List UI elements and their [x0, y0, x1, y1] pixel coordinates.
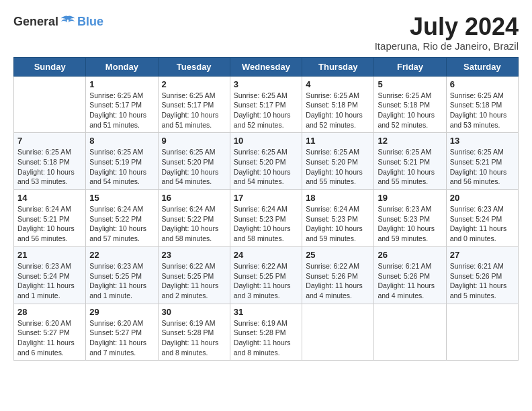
day-info: Sunrise: 6:25 AM Sunset: 5:17 PM Dayligh… — [89, 91, 154, 130]
day-info: Sunrise: 6:20 AM Sunset: 5:27 PM Dayligh… — [17, 318, 82, 358]
table-row: 21Sunrise: 6:23 AM Sunset: 5:24 PM Dayli… — [14, 246, 86, 304]
day-info: Sunrise: 6:22 AM Sunset: 5:26 PM Dayligh… — [306, 261, 370, 301]
day-info: Sunrise: 6:25 AM Sunset: 5:18 PM Dayligh… — [450, 91, 515, 130]
day-info: Sunrise: 6:25 AM Sunset: 5:21 PM Dayligh… — [450, 147, 515, 187]
table-row: 24Sunrise: 6:22 AM Sunset: 5:25 PM Dayli… — [230, 246, 302, 304]
logo-blue-text: Blue — [77, 15, 103, 29]
day-info: Sunrise: 6:25 AM Sunset: 5:18 PM Dayligh… — [306, 91, 370, 130]
day-number: 16 — [162, 193, 226, 203]
calendar-week-row: 28Sunrise: 6:20 AM Sunset: 5:27 PM Dayli… — [14, 304, 519, 361]
table-row: 19Sunrise: 6:23 AM Sunset: 5:23 PM Dayli… — [374, 190, 446, 247]
table-row: 3Sunrise: 6:25 AM Sunset: 5:17 PM Daylig… — [230, 76, 302, 133]
day-number: 4 — [306, 79, 370, 89]
day-info: Sunrise: 6:24 AM Sunset: 5:23 PM Dayligh… — [234, 204, 298, 244]
day-info: Sunrise: 6:25 AM Sunset: 5:21 PM Dayligh… — [378, 147, 442, 187]
day-info: Sunrise: 6:24 AM Sunset: 5:23 PM Dayligh… — [306, 204, 370, 244]
day-number: 8 — [89, 136, 154, 146]
table-row: 16Sunrise: 6:24 AM Sunset: 5:22 PM Dayli… — [158, 190, 230, 247]
table-row: 27Sunrise: 6:21 AM Sunset: 5:26 PM Dayli… — [446, 246, 518, 304]
table-row — [302, 304, 374, 361]
day-number: 13 — [450, 136, 515, 146]
table-row: 30Sunrise: 6:19 AM Sunset: 5:28 PM Dayli… — [158, 304, 230, 361]
day-number: 2 — [162, 79, 226, 89]
location-subtitle: Itaperuna, Rio de Janeiro, Brazil — [375, 40, 519, 52]
day-info: Sunrise: 6:23 AM Sunset: 5:23 PM Dayligh… — [378, 204, 442, 244]
day-info: Sunrise: 6:19 AM Sunset: 5:28 PM Dayligh… — [234, 318, 298, 358]
day-info: Sunrise: 6:19 AM Sunset: 5:28 PM Dayligh… — [162, 318, 226, 358]
day-number: 3 — [234, 79, 298, 89]
day-number: 18 — [306, 193, 370, 203]
day-info: Sunrise: 6:23 AM Sunset: 5:24 PM Dayligh… — [17, 261, 82, 301]
day-number: 25 — [306, 250, 370, 260]
day-info: Sunrise: 6:21 AM Sunset: 5:26 PM Dayligh… — [378, 261, 442, 301]
logo: General Blue — [13, 13, 103, 30]
day-number: 31 — [234, 307, 298, 317]
table-row: 29Sunrise: 6:20 AM Sunset: 5:27 PM Dayli… — [86, 304, 158, 361]
day-number: 17 — [234, 193, 298, 203]
table-row: 22Sunrise: 6:23 AM Sunset: 5:25 PM Dayli… — [86, 246, 158, 304]
calendar-week-row: 21Sunrise: 6:23 AM Sunset: 5:24 PM Dayli… — [14, 246, 519, 304]
day-info: Sunrise: 6:21 AM Sunset: 5:26 PM Dayligh… — [450, 261, 515, 301]
table-row: 20Sunrise: 6:23 AM Sunset: 5:24 PM Dayli… — [446, 190, 518, 247]
day-number: 28 — [17, 307, 82, 317]
day-info: Sunrise: 6:25 AM Sunset: 5:19 PM Dayligh… — [89, 147, 154, 187]
col-thursday: Thursday — [302, 57, 374, 76]
calendar-week-row: 7Sunrise: 6:25 AM Sunset: 5:18 PM Daylig… — [14, 133, 519, 190]
table-row: 6Sunrise: 6:25 AM Sunset: 5:18 PM Daylig… — [446, 76, 518, 133]
col-sunday: Sunday — [14, 57, 86, 76]
day-number: 7 — [17, 136, 82, 146]
day-info: Sunrise: 6:25 AM Sunset: 5:20 PM Dayligh… — [306, 147, 370, 187]
table-row: 4Sunrise: 6:25 AM Sunset: 5:18 PM Daylig… — [302, 76, 374, 133]
calendar-header-row: Sunday Monday Tuesday Wednesday Thursday… — [14, 57, 519, 76]
day-number: 26 — [378, 250, 442, 260]
day-info: Sunrise: 6:22 AM Sunset: 5:25 PM Dayligh… — [234, 261, 298, 301]
logo-general-text: General — [13, 15, 58, 29]
day-number: 1 — [89, 79, 154, 89]
table-row — [14, 76, 86, 133]
day-number: 20 — [450, 193, 515, 203]
day-info: Sunrise: 6:23 AM Sunset: 5:25 PM Dayligh… — [89, 261, 154, 301]
day-number: 5 — [378, 79, 442, 89]
day-number: 9 — [162, 136, 226, 146]
col-saturday: Saturday — [446, 57, 518, 76]
day-info: Sunrise: 6:25 AM Sunset: 5:17 PM Dayligh… — [162, 91, 226, 130]
day-number: 22 — [89, 250, 154, 260]
table-row: 31Sunrise: 6:19 AM Sunset: 5:28 PM Dayli… — [230, 304, 302, 361]
page-header: General Blue July 2024 Itaperuna, Rio de… — [13, 13, 519, 52]
table-row: 1Sunrise: 6:25 AM Sunset: 5:17 PM Daylig… — [86, 76, 158, 133]
table-row: 9Sunrise: 6:25 AM Sunset: 5:20 PM Daylig… — [158, 133, 230, 190]
day-number: 10 — [234, 136, 298, 146]
day-number: 27 — [450, 250, 515, 260]
day-number: 12 — [378, 136, 442, 146]
day-info: Sunrise: 6:24 AM Sunset: 5:22 PM Dayligh… — [162, 204, 226, 244]
table-row: 12Sunrise: 6:25 AM Sunset: 5:21 PM Dayli… — [374, 133, 446, 190]
month-year-title: July 2024 — [375, 13, 519, 40]
day-info: Sunrise: 6:25 AM Sunset: 5:20 PM Dayligh… — [234, 147, 298, 187]
day-number: 29 — [89, 307, 154, 317]
table-row — [446, 304, 518, 361]
day-info: Sunrise: 6:20 AM Sunset: 5:27 PM Dayligh… — [89, 318, 154, 358]
table-row: 11Sunrise: 6:25 AM Sunset: 5:20 PM Dayli… — [302, 133, 374, 190]
table-row: 8Sunrise: 6:25 AM Sunset: 5:19 PM Daylig… — [86, 133, 158, 190]
day-number: 30 — [162, 307, 226, 317]
table-row: 10Sunrise: 6:25 AM Sunset: 5:20 PM Dayli… — [230, 133, 302, 190]
logo-bird-icon — [60, 13, 76, 30]
day-number: 19 — [378, 193, 442, 203]
table-row: 18Sunrise: 6:24 AM Sunset: 5:23 PM Dayli… — [302, 190, 374, 247]
table-row: 14Sunrise: 6:24 AM Sunset: 5:21 PM Dayli… — [14, 190, 86, 247]
day-info: Sunrise: 6:25 AM Sunset: 5:20 PM Dayligh… — [162, 147, 226, 187]
table-row: 26Sunrise: 6:21 AM Sunset: 5:26 PM Dayli… — [374, 246, 446, 304]
table-row: 7Sunrise: 6:25 AM Sunset: 5:18 PM Daylig… — [14, 133, 86, 190]
day-number: 24 — [234, 250, 298, 260]
day-number: 23 — [162, 250, 226, 260]
calendar-week-row: 14Sunrise: 6:24 AM Sunset: 5:21 PM Dayli… — [14, 190, 519, 247]
day-number: 15 — [89, 193, 154, 203]
day-number: 14 — [17, 193, 82, 203]
day-info: Sunrise: 6:25 AM Sunset: 5:17 PM Dayligh… — [234, 91, 298, 130]
day-info: Sunrise: 6:24 AM Sunset: 5:21 PM Dayligh… — [17, 204, 82, 244]
day-info: Sunrise: 6:23 AM Sunset: 5:24 PM Dayligh… — [450, 204, 515, 244]
table-row: 17Sunrise: 6:24 AM Sunset: 5:23 PM Dayli… — [230, 190, 302, 247]
table-row: 23Sunrise: 6:22 AM Sunset: 5:25 PM Dayli… — [158, 246, 230, 304]
table-row: 2Sunrise: 6:25 AM Sunset: 5:17 PM Daylig… — [158, 76, 230, 133]
day-number: 11 — [306, 136, 370, 146]
